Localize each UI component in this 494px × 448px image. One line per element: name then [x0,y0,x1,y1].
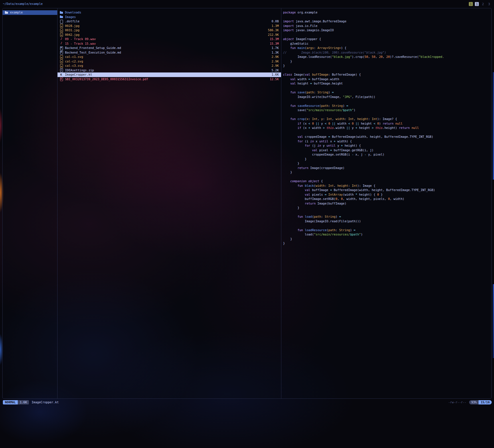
code-line: } [283,237,491,241]
code-line: import javax.imageio.ImageIO [283,28,491,33]
current-path: ~/Data/example/example [3,2,43,6]
code-line: } [283,157,491,162]
status-right: -rw-r--r-- 93% 15/16 [448,400,492,405]
file-row[interactable]: cal-c1.svg2.9K [58,55,281,59]
code-line [283,86,491,91]
file-name: Backend_Frontend_Setup_Guide.md [65,46,269,50]
file-row[interactable]: Backend_Test_Execution_Guide.md1.3K [58,50,281,55]
file-size: 586.3K [268,28,279,33]
code-line [283,223,491,228]
preview-pane[interactable]: package org.example import java.awt.imag… [281,8,491,398]
file-size: 12.5K [270,77,279,82]
code-line: for (i in x until x + width) { [283,139,491,144]
image-icon [60,24,64,27]
code-line: fun saveResource(path: String) = [283,104,491,108]
code-line: val height = buffImage.height [283,81,491,86]
folder-icon [60,11,64,14]
code-line: } [283,206,491,210]
tab-4[interactable]: 3 [487,2,491,6]
file-row[interactable]: 09 - Track 09.wav15.3M [58,37,281,42]
code-line: val buffImage = BufferedImage(width, hei… [283,188,491,192]
folder-icon [5,11,9,14]
file-size: 1.6K [272,72,279,77]
code-line: load("src/main/resources/$path") [283,232,491,237]
code-line: import java.io.File [283,24,491,28]
code-line: return Image(buffImage) [283,201,491,206]
file-row[interactable]: cal-c3.svg2.9K [58,64,281,68]
file-size: 15.3M [270,37,279,42]
screen-edge-glow-top [493,72,494,180]
code-line: fun crop(x: Int, y: Int, width: Int, hei… [283,117,491,121]
code-line: val pixel = buffImage.getRGB(i, j) [283,148,491,153]
status-left: NORMAL 1.6K ImageCropper.kt [3,400,59,405]
file-size: 2.9K [272,55,279,59]
code-line: croppedImage.setRGB(i - x, j - y, pixel) [283,152,491,157]
mode-indicator: NORMAL [3,400,18,404]
mode-pill: NORMAL 1.6K [3,400,29,404]
code-line: save("src/main/resources/$path") [283,108,491,113]
code-line: companion object { [283,179,491,184]
code-line: if (x < 0 || y < 0 || width < 0 || heigh… [283,121,491,126]
parent-dir-row[interactable]: example [3,10,57,15]
parent-pane-list: example [3,10,57,15]
file-row[interactable]: 0031.jpg586.3K [58,28,281,33]
file-name: 15 - Track 15.wav [65,42,267,46]
code-line [283,130,491,135]
tab-2[interactable]: 1 [475,2,479,6]
code-line: val croppedImage = BufferedImage(width, … [283,135,491,139]
cursor-position-badge: 15/16 [479,400,492,404]
markdown-icon [60,46,64,50]
screen-edge-glow-bottom [493,284,494,358]
file-name: .dotfile [65,19,269,24]
parent-pane: example [3,8,58,398]
audio-icon [60,42,64,45]
file-row[interactable]: Images [58,15,281,19]
code-line: package org.example [283,10,491,15]
file-size: 5.2K [272,68,279,73]
file-name: IDEAsettings.zip [65,68,269,73]
code-line: Image(ImageIO.read(File(path))) [283,219,491,224]
kotlin-icon [60,73,64,76]
code-line: fun main(args: Array<String>) { [283,46,491,50]
code-line: ImageIO.write(buffImage, "JPG", File(pat… [283,95,491,99]
file-list: DownloadsImages.dotfile0.0B0028.jpg1.3M0… [58,10,281,81]
code-line: fun black(width: Int, height: Int): Imag… [283,184,491,188]
code-line: val pixels = IntArray(width * height) { … [283,192,491,197]
code-line: } [283,170,491,175]
code-line: // Image.black(100, 100).saveResource("b… [283,50,491,55]
file-name: Backend_Test_Execution_Guide.md [65,50,269,55]
code-view: package org.example import java.awt.imag… [283,10,491,246]
position-pill: 93% 15/16 [469,400,492,404]
code-line: Image.loadResource("black.jpg").crop(50,… [283,55,491,59]
code-line: buffImage.setRGB(0, 0, width, height, pi… [283,197,491,201]
markdown-icon [60,51,64,54]
image-icon [60,29,64,32]
file-size: 0.0B [272,19,279,24]
file-row[interactable]: Backend_Frontend_Setup_Guide.md1.7K [58,46,281,50]
file-row[interactable]: SBI_0032013739_2023_DE05_0003155631Invoi… [58,77,281,82]
code-line: @JvmStatic [283,42,491,46]
file-row[interactable]: .dotfile0.0B [58,19,281,24]
file-row[interactable]: cal-c2.svg2.9K [58,59,281,64]
file-row[interactable]: Downloads [58,10,281,15]
file-row[interactable]: 0042.jpg212.9K [58,33,281,37]
file-name: 09 - Track 09.wav [65,37,267,42]
tab-3[interactable]: 2 [481,2,485,6]
file-row[interactable]: 0028.jpg1.3M [58,24,281,28]
code-line [283,210,491,215]
code-line: return Image(croppedImage) [283,166,491,170]
file-row[interactable]: ImageCropper.kt1.6K [58,72,281,77]
file-size: 1.3K [272,50,279,55]
code-line [283,68,491,73]
code-line [283,175,491,179]
pdf-icon [60,77,64,81]
code-line [283,99,491,104]
file-row[interactable]: IDEAsettings.zip5.2K [58,68,281,73]
tab-1[interactable]: 1 [469,2,473,6]
file-size-badge: 1.6K [18,400,29,404]
folder-icon [60,15,64,19]
code-line [283,113,491,117]
file-name: cal-c3.svg [65,64,269,68]
file-permissions: -rw-r--r-- [448,400,466,405]
file-row[interactable]: 15 - Track 15.wav15.3M [58,42,281,46]
